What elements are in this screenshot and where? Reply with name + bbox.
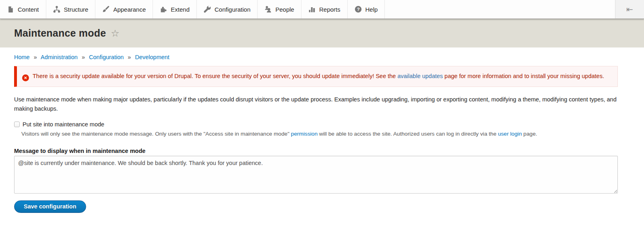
help-icon: ? xyxy=(355,6,362,13)
breadcrumb: Home » Administration » Configuration » … xyxy=(14,54,618,60)
toolbar-tab-appearance[interactable]: Appearance xyxy=(95,0,153,19)
toolbar-tab-configuration[interactable]: Configuration xyxy=(197,0,258,19)
breadcrumb-separator: » xyxy=(128,54,131,60)
structure-sitemap-icon xyxy=(53,6,60,13)
maintenance-mode-checkbox-row: Put site into maintenance mode xyxy=(14,121,618,128)
breadcrumb-link-administration[interactable]: Administration xyxy=(41,54,78,60)
toolbar-tab-label: Appearance xyxy=(113,6,146,13)
admin-toolbar: Content Structure Appearance Extend Conf… xyxy=(0,0,644,19)
security-update-error-message: ✕There is a security update available fo… xyxy=(14,66,618,87)
toolbar-spacer xyxy=(385,0,615,19)
available-updates-link[interactable]: available updates xyxy=(397,73,443,79)
shortcut-star-icon[interactable]: ☆ xyxy=(111,29,120,38)
toolbar-orientation-toggle-button[interactable]: ⇤ xyxy=(615,0,644,19)
toolbar-tab-label: People xyxy=(275,6,294,13)
maintenance-mode-checkbox-label[interactable]: Put site into maintenance mode xyxy=(23,121,104,128)
breadcrumb-link-home[interactable]: Home xyxy=(14,54,30,60)
toolbar-tab-people[interactable]: People xyxy=(258,0,301,19)
form-actions: Save configuration xyxy=(14,200,618,213)
breadcrumb-link-configuration[interactable]: Configuration xyxy=(89,54,124,60)
user-login-link[interactable]: user login xyxy=(498,131,522,137)
configuration-wrench-icon xyxy=(204,6,211,13)
page-title: Maintenance mode xyxy=(14,27,106,39)
toolbar-tab-label: Structure xyxy=(64,6,89,13)
toolbar-tab-label: Content xyxy=(18,6,39,13)
toolbar-tab-extend[interactable]: Extend xyxy=(153,0,197,19)
breadcrumb-separator: » xyxy=(82,54,85,60)
appearance-paintbrush-icon xyxy=(102,6,109,13)
page-header: Maintenance mode ☆ xyxy=(0,19,644,47)
toolbar-tab-label: Help xyxy=(365,6,378,13)
breadcrumb-separator: » xyxy=(34,54,37,60)
permission-link[interactable]: permission xyxy=(291,131,318,137)
maintenance-mode-intro-text: Use maintenance mode when making major u… xyxy=(14,95,618,113)
toolbar-tab-help[interactable]: ? Help xyxy=(348,0,385,19)
maintenance-mode-checkbox-description: Visitors will only see the maintenance m… xyxy=(21,130,618,138)
error-text-after-link: page for more information and to install… xyxy=(443,73,604,79)
error-circle-x-icon: ✕ xyxy=(22,74,29,81)
toolbar-tab-reports[interactable]: Reports xyxy=(301,0,348,19)
toolbar-tab-label: Extend xyxy=(171,6,190,13)
toolbar-tab-structure[interactable]: Structure xyxy=(46,0,96,19)
extend-puzzle-icon xyxy=(160,6,167,13)
checkbox-description-part2: will be able to access the site. Authori… xyxy=(318,131,498,137)
save-configuration-button[interactable]: Save configuration xyxy=(14,200,86,213)
toolbar-tab-content[interactable]: Content xyxy=(0,0,46,19)
maintenance-message-label: Message to display when in maintenance m… xyxy=(14,148,618,154)
toolbar-tab-label: Reports xyxy=(319,6,341,13)
error-text-before-link: There is a security update available for… xyxy=(33,73,397,79)
svg-text:?: ? xyxy=(357,6,359,12)
maintenance-mode-checkbox[interactable] xyxy=(14,122,20,127)
maintenance-message-textarea[interactable]: @site is currently under maintenance. We… xyxy=(14,156,618,194)
people-icon xyxy=(264,6,272,13)
toolbar-tab-label: Configuration xyxy=(215,6,250,13)
content-file-icon xyxy=(7,6,14,13)
breadcrumb-link-development[interactable]: Development xyxy=(135,54,169,60)
checkbox-description-part1: Visitors will only see the maintenance m… xyxy=(21,131,291,137)
checkbox-description-part3: page. xyxy=(522,131,537,137)
dock-left-arrow-icon: ⇤ xyxy=(626,4,633,14)
reports-bar-chart-icon xyxy=(308,6,316,13)
